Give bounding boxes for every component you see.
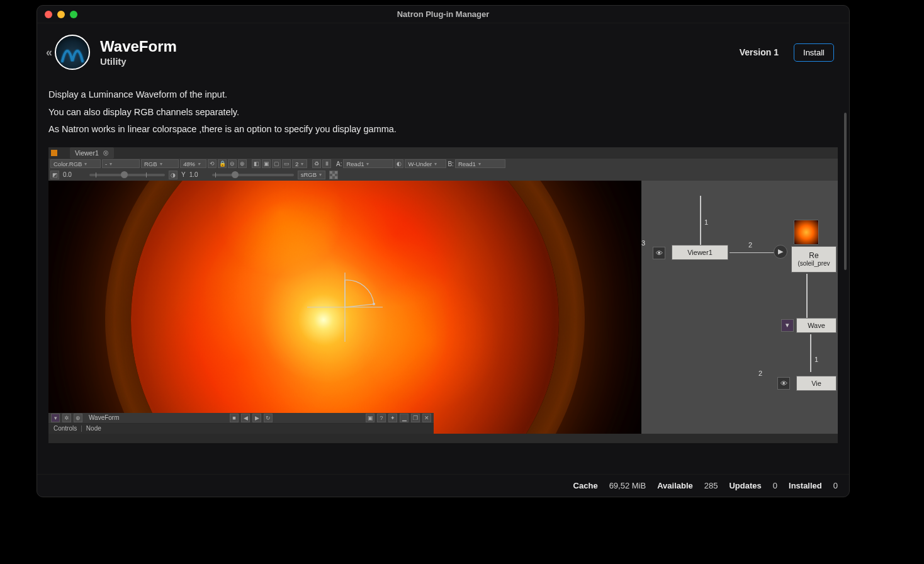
contrast-icon[interactable]: ◑ (169, 171, 177, 179)
plugin-name: WaveForm (100, 38, 177, 56)
window-title: Natron Plug-in Manager (37, 9, 849, 19)
eye-icon: 👁 (777, 377, 790, 390)
content-area: Display a Luminance Waveform of the inpu… (37, 75, 849, 474)
play-icon[interactable]: ▶ (774, 245, 787, 259)
plugin-version: Version 1 (740, 47, 779, 57)
mipmap-select[interactable]: 2▾ (292, 159, 307, 168)
app-window: Natron Plug-in Manager « WaveForm Utilit… (37, 5, 850, 497)
clip-icon[interactable]: ◧ (252, 159, 261, 168)
traffic-lights (45, 11, 77, 18)
node-read-label: Re (soleil_prev (791, 246, 837, 273)
viewer-tabs: Viewer1 ⊗ (48, 147, 838, 159)
lock-icon[interactable]: 🔒 (218, 159, 227, 168)
alpha-select[interactable]: -▾ (102, 159, 140, 168)
plugin-title-block: WaveForm Utility (100, 38, 177, 67)
y-label: Y (181, 171, 186, 178)
properties-bar: ▾ ✲ ⊕ WaveForm ■ ◀ ▶ ↻ ▣ ? ✦ ▁ (48, 413, 434, 434)
node-waveform[interactable]: Wave (796, 318, 837, 333)
minimize-window-button[interactable] (57, 11, 65, 18)
available-value: 285 (704, 481, 718, 490)
wipe-icon[interactable]: ◐ (395, 159, 403, 168)
colorspace-select[interactable]: sRGB▾ (298, 171, 325, 179)
maximize-window-button[interactable] (70, 11, 77, 18)
plus-icon[interactable]: ⊕ (238, 159, 247, 168)
viewer-gamma-row: ◩ 0.0 ◑ Y 1.0 sRGB▾ (48, 169, 838, 181)
refresh-icon[interactable]: ♻ (312, 159, 321, 168)
gamma-value: 0.0 (63, 171, 86, 178)
node-read1[interactable] (794, 220, 819, 245)
restore-icon[interactable]: ❐ (411, 414, 420, 422)
sun-image (131, 181, 559, 434)
help-icon[interactable]: ? (377, 414, 386, 422)
wipe-select[interactable]: W-Under▾ (405, 159, 446, 168)
sync-icon[interactable]: ⟲ (208, 159, 217, 168)
a-input-select[interactable]: Read1▾ (343, 159, 393, 168)
titlebar: Natron Plug-in Manager (37, 6, 849, 23)
cache-value: 69,52 MiB (609, 481, 646, 490)
proxy-icon[interactable]: ▢ (272, 159, 281, 168)
viewer-toolbar: Color.RGB▾ -▾ RGB▾ 48%▾ ⟲ 🔒 ⊖ ⊕ ◧ ▣ ▢ ▭ … (48, 159, 838, 169)
tab-controls[interactable]: Controls (54, 425, 77, 432)
stop-icon[interactable]: ■ (230, 414, 239, 422)
scrollbar[interactable] (844, 113, 847, 270)
viewer-canvas[interactable] (48, 181, 641, 434)
center-icon[interactable]: ⊕ (74, 414, 82, 422)
collapse-icon[interactable]: ▣ (366, 414, 375, 422)
refresh-node-icon[interactable]: ↻ (264, 414, 273, 422)
port-label: 1 (814, 356, 818, 363)
tab-node[interactable]: Node (86, 425, 101, 432)
node-name: WaveForm (89, 414, 227, 421)
description-line: You can also display RGB channels separa… (48, 104, 838, 121)
installed-value: 0 (833, 481, 838, 490)
back-button[interactable]: « (46, 46, 52, 59)
gear-icon[interactable]: ✲ (62, 414, 71, 422)
zoom-select[interactable]: 48%▾ (180, 159, 206, 168)
minimize-icon[interactable]: ▁ (400, 414, 408, 422)
available-label: Available (657, 481, 693, 490)
read-thumbnail (794, 220, 819, 245)
updates-value: 0 (773, 481, 777, 490)
screenshot-main: ▾ ✲ ⊕ WaveForm ■ ◀ ▶ ↻ ▣ ? ✦ ▁ (48, 181, 838, 434)
installed-label: Installed (789, 481, 822, 490)
close-panel-icon[interactable]: ✕ (422, 414, 431, 422)
install-button[interactable]: Install (794, 43, 834, 62)
close-tab-icon[interactable]: ⊗ (103, 149, 109, 157)
b-input-select[interactable]: Read1▾ (455, 159, 505, 168)
pause-icon[interactable]: ⏸ (322, 159, 331, 168)
plugin-screenshot: Viewer1 ⊗ Color.RGB▾ -▾ RGB▾ 48%▾ ⟲ 🔒 ⊖ … (48, 147, 838, 443)
port-label: 1 (704, 218, 708, 226)
natron-icon (55, 35, 90, 70)
viewer-tab[interactable]: Viewer1 ⊗ (70, 147, 114, 159)
indicator-icon (51, 150, 57, 156)
node-viewer2[interactable]: Vie (796, 376, 837, 391)
layer-select[interactable]: Color.RGB▾ (50, 159, 101, 168)
close-window-button[interactable] (45, 11, 52, 18)
next-icon[interactable]: ▶ (252, 414, 261, 422)
minus-icon[interactable]: ⊖ (228, 159, 237, 168)
description-line: Display a Luminance Waveform of the inpu… (48, 86, 838, 104)
tab-label: Viewer1 (75, 149, 99, 157)
port-label: 3 (641, 239, 645, 247)
node-color-icon[interactable]: ▾ (51, 414, 60, 422)
prev-icon[interactable]: ◀ (241, 414, 250, 422)
waveform-node-icon: ▾ (781, 319, 794, 332)
roi-icon[interactable]: ▣ (262, 159, 271, 168)
viewer-panel: ▾ ✲ ⊕ WaveForm ■ ◀ ▶ ↻ ▣ ? ✦ ▁ (48, 181, 641, 434)
gamma-slider[interactable] (89, 174, 165, 176)
script-icon[interactable]: ✦ (388, 414, 397, 422)
updates-label: Updates (729, 481, 761, 490)
plugin-header: « WaveForm Utility Version 1 Install (37, 23, 849, 75)
node-graph[interactable]: 1 👁 3 Viewer1 2 ▶ Re (so (641, 181, 838, 434)
node-viewer1[interactable]: Viewer1 (672, 245, 728, 260)
plugin-category: Utility (100, 56, 177, 67)
a-label: A: (336, 161, 342, 167)
cache-label: Cache (573, 481, 598, 490)
port-label: 2 (748, 241, 752, 249)
render-icon[interactable]: ▭ (282, 159, 291, 168)
checker-icon[interactable] (329, 171, 338, 179)
description-line: As Natron works in linear colorspace ,th… (48, 121, 838, 138)
eye-icon: 👁 (653, 247, 665, 259)
gamma-icon[interactable]: ◩ (50, 171, 59, 179)
gain-slider[interactable] (212, 174, 294, 176)
channels-select[interactable]: RGB▾ (141, 159, 179, 168)
